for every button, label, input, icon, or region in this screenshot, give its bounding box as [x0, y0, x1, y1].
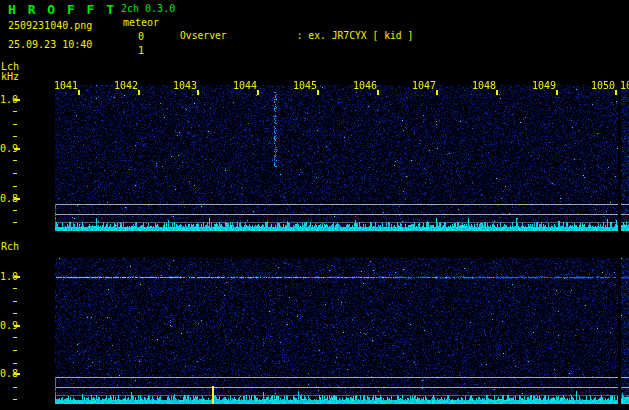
rch-channel-label: Rch: [1, 241, 19, 252]
freq-major-tick: [14, 198, 20, 200]
time-label: 1045: [291, 80, 317, 91]
freq-minor-tick: [13, 136, 17, 137]
hrofft-screen: H R O F F T 2ch 0.3.0 2509231040.png met…: [0, 0, 629, 410]
freq-minor-tick: [13, 337, 17, 338]
freq-major-tick: [14, 276, 20, 278]
observer-line: Ovserver : ex. JR7CYX [ kid ]: [180, 29, 629, 43]
lch-unit-label: kHz: [1, 71, 19, 82]
freq-minor-tick: [13, 313, 17, 314]
time-label: 1041: [52, 80, 78, 91]
time-label: 1044: [231, 80, 257, 91]
freq-minor-tick: [13, 173, 17, 174]
time-tick: [257, 90, 259, 95]
freq-minor-tick: [13, 301, 17, 302]
time-label: 1050: [589, 80, 615, 91]
lch-spectrogram: [55, 85, 629, 231]
station-info-block: Ovserver : ex. JR7CYX [ kid ] Receiving …: [180, 1, 629, 59]
time-tick: [436, 90, 438, 95]
version-label: 2ch 0.3.0: [121, 3, 175, 14]
freq-major-tick: [14, 148, 20, 150]
freq-minor-tick: [13, 350, 17, 351]
time-tick: [138, 90, 140, 95]
time-label: 1049: [530, 80, 556, 91]
time-label: 1047: [410, 80, 436, 91]
rch-meteor-count: 1: [138, 45, 144, 56]
freq-minor-tick: [13, 111, 17, 112]
output-filename: 2509231040.png: [8, 20, 92, 31]
freq-minor-tick: [13, 222, 17, 223]
time-label-partial: 10: [620, 80, 629, 91]
freq-minor-tick: [13, 288, 17, 289]
time-tick: [377, 90, 379, 95]
freq-major-tick: [14, 373, 20, 375]
freq-minor-tick: [13, 210, 17, 211]
freq-minor-tick: [13, 124, 17, 125]
freq-minor-tick: [13, 387, 17, 388]
time-label: 1043: [171, 80, 197, 91]
freq-minor-tick: [13, 160, 17, 161]
mode-label: meteor: [123, 17, 159, 28]
time-tick: [496, 90, 498, 95]
freq-minor-tick: [13, 399, 17, 400]
freq-major-tick: [14, 325, 20, 327]
time-tick: [556, 90, 558, 95]
time-label: 1046: [351, 80, 377, 91]
freq-minor-tick: [13, 363, 17, 364]
app-title: H R O F F T: [8, 2, 116, 17]
time-tick: [78, 90, 80, 95]
time-tick: [317, 90, 319, 95]
time-label: 1048: [470, 80, 496, 91]
time-tick: [615, 90, 617, 95]
time-label: 1042: [112, 80, 138, 91]
rch-spectrogram: [55, 258, 629, 404]
freq-major-tick: [14, 99, 20, 101]
freq-minor-tick: [13, 186, 17, 187]
lch-meteor-count: 0: [138, 31, 144, 42]
time-tick: [197, 90, 199, 95]
date-time: 25.09.23 10:40: [8, 39, 92, 50]
